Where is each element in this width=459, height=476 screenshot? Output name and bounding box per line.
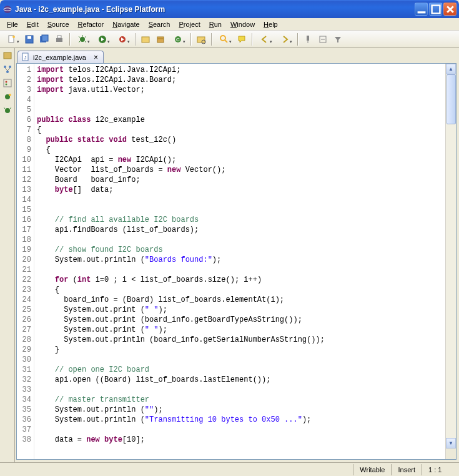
svg-rect-22 — [307, 36, 309, 41]
svg-point-0 — [4, 6, 11, 13]
svg-rect-11 — [57, 36, 61, 38]
debug-view-icon[interactable] — [2, 106, 12, 116]
svg-rect-10 — [56, 38, 62, 42]
status-insert: Insert — [391, 464, 422, 475]
scroll-thumb[interactable] — [447, 74, 456, 124]
svg-rect-16 — [157, 37, 164, 42]
svg-text:C: C — [176, 37, 180, 42]
titlebar: Java - i2c_example.java - Eclipse Platfo… — [0, 0, 459, 18]
pin-button[interactable] — [301, 32, 315, 46]
editor-area: J i2c_example.java × 1234567891011121314… — [15, 48, 459, 462]
toolbar: C — [0, 31, 459, 48]
menu-project[interactable]: Project — [175, 19, 205, 29]
outline-icon[interactable] — [2, 78, 12, 88]
svg-rect-19 — [197, 37, 205, 42]
status-writable: Writable — [353, 464, 391, 475]
window-title: Java - i2c_example.java - Eclipse Platfo… — [15, 5, 415, 14]
code-content[interactable]: import telos.I2CApi.Java.I2CApi;import t… — [34, 64, 445, 459]
nav-back-button[interactable] — [255, 32, 274, 46]
java-file-icon: J — [21, 52, 31, 63]
save-button[interactable] — [22, 32, 36, 46]
line-gutter: 1234567891011121314151617181920212223242… — [17, 64, 34, 459]
scroll-down-icon[interactable]: ▼ — [446, 438, 456, 449]
hierarchy-icon[interactable] — [2, 64, 12, 74]
close-button[interactable] — [443, 2, 457, 16]
scroll-corner — [446, 449, 456, 459]
package-explorer-icon[interactable] — [2, 51, 12, 61]
maximize-button[interactable] — [429, 2, 442, 16]
nav-forward-button[interactable] — [275, 32, 294, 46]
svg-point-25 — [4, 66, 6, 68]
svg-point-26 — [9, 66, 11, 68]
eclipse-icon — [2, 4, 12, 14]
debug-button[interactable] — [73, 32, 92, 46]
svg-rect-28 — [4, 79, 11, 87]
run-button[interactable] — [93, 32, 112, 46]
save-all-button[interactable] — [37, 32, 51, 46]
external-tools-button[interactable] — [113, 32, 132, 46]
tab-bar: J i2c_example.java × — [16, 49, 457, 63]
tab-label: i2c_example.java — [33, 54, 86, 61]
menu-search[interactable]: Search — [144, 19, 175, 29]
svg-point-12 — [80, 37, 85, 42]
annotation-button[interactable] — [235, 32, 249, 46]
minimize-button[interactable] — [415, 2, 428, 16]
svg-text:J: J — [24, 55, 27, 61]
svg-point-29 — [5, 81, 7, 83]
filter-button[interactable] — [331, 32, 345, 46]
menu-run[interactable]: Run — [205, 19, 226, 29]
scroll-up-icon[interactable]: ▲ — [446, 64, 456, 74]
menu-file[interactable]: File — [2, 19, 22, 29]
svg-rect-7 — [27, 36, 31, 39]
print-button[interactable] — [52, 32, 66, 46]
open-type-button[interactable] — [194, 32, 208, 46]
vertical-scrollbar[interactable]: ▲ ▼ — [445, 64, 456, 459]
svg-rect-15 — [142, 37, 149, 42]
svg-rect-9 — [42, 35, 48, 41]
statusbar: Writable Insert 1 : 1 — [0, 462, 459, 476]
search-button[interactable] — [215, 32, 234, 46]
tab-close-icon[interactable]: × — [92, 53, 99, 62]
svg-rect-2 — [417, 11, 425, 13]
menu-window[interactable]: Window — [226, 19, 259, 29]
svg-point-30 — [5, 84, 7, 86]
menu-help[interactable]: Help — [259, 19, 282, 29]
svg-point-21 — [220, 36, 225, 41]
left-toolbar — [0, 48, 15, 462]
new-class-button[interactable]: C — [169, 32, 187, 46]
svg-rect-24 — [4, 52, 11, 59]
new-project-button[interactable] — [139, 32, 152, 46]
svg-rect-3 — [432, 5, 440, 13]
editor-tab[interactable]: J i2c_example.java × — [17, 51, 104, 63]
svg-point-27 — [6, 71, 9, 73]
run-view-icon[interactable] — [2, 92, 12, 102]
menu-refactor[interactable]: Refactor — [74, 19, 109, 29]
new-package-button[interactable] — [154, 32, 167, 46]
menu-edit[interactable]: Edit — [22, 19, 43, 29]
menu-source[interactable]: Source — [43, 19, 74, 29]
menubar: FileEditSourceRefactorNavigateSearchProj… — [0, 18, 459, 31]
status-cursor-pos: 1 : 1 — [422, 464, 459, 475]
main-area: J i2c_example.java × 1234567891011121314… — [0, 48, 459, 462]
svg-point-33 — [5, 108, 10, 113]
svg-point-32 — [9, 94, 11, 96]
editor[interactable]: 1234567891011121314151617181920212223242… — [16, 63, 457, 460]
collapse-button[interactable] — [316, 32, 330, 46]
menu-navigate[interactable]: Navigate — [108, 19, 144, 29]
svg-point-5 — [12, 36, 15, 38]
new-button[interactable] — [2, 32, 21, 46]
